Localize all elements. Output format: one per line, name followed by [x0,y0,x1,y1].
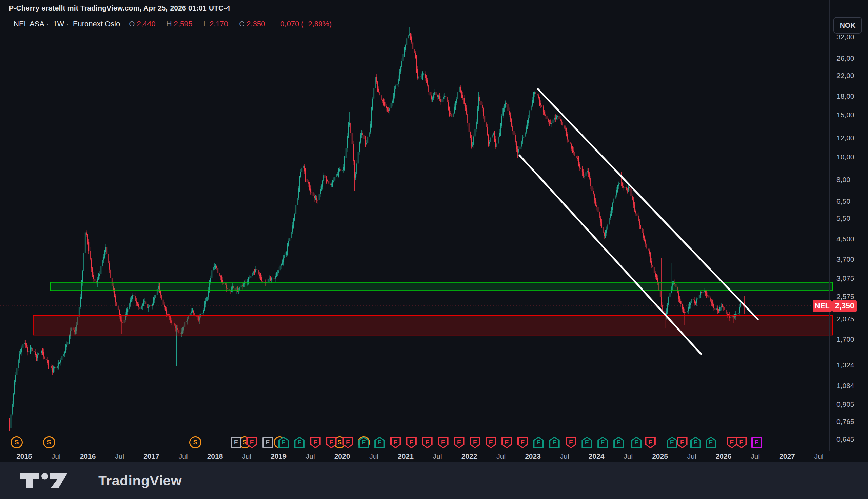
price-tick-label: 2,575 [836,293,854,301]
time-axis-jul-label: Jul [115,452,124,460]
time-axis-jul-label: Jul [751,452,760,460]
price-tick-label: 32,00 [836,33,854,41]
time-axis-year-label: 2024 [589,452,604,460]
tradingview-snapshot: P-Cherry erstellt mit TradingView.com, A… [0,0,868,499]
price-tick-label: 15,00 [836,111,854,119]
time-axis-year-label: 2018 [207,452,223,460]
price-tick-label: 12,00 [836,134,854,142]
price-tick-label: 5,50 [836,214,851,222]
time-axis-jul-label: Jul [51,452,61,460]
time-axis-jul-label: Jul [560,452,569,460]
current-price-tag: 2,350 [832,300,857,312]
candles-layer [9,27,745,431]
price-tick-label: 1,084 [836,382,854,390]
price-tick-label: 4,500 [836,235,854,243]
price-tick-label: 6,50 [836,197,851,205]
price-tick-label: 8,00 [836,175,851,184]
time-axis-jul-label: Jul [369,452,378,460]
time-axis-jul-label: Jul [242,452,251,460]
price-tick-label: 10,00 [836,153,854,161]
symbol-price-tag: NEL [813,300,832,312]
time-axis-year-label: 2026 [716,452,732,460]
price-tick-label: 1,324 [836,361,854,369]
price-tick-label: 2,075 [836,315,854,323]
time-axis-jul-label: Jul [624,452,633,460]
time-axis-jul-label: Jul [497,452,505,460]
trendlines-layer[interactable] [519,89,758,354]
resistance-zone[interactable] [50,282,833,291]
drawing-zones-layer[interactable] [33,282,833,335]
time-axis-jul-label: Jul [687,452,696,460]
price-tick-label: 0,645 [836,435,854,443]
time-axis-year-label: 2015 [16,452,32,460]
price-tick-label: 26,00 [836,54,854,62]
time-axis-jul-label: Jul [179,452,188,460]
time-axis-jul-label: Jul [433,452,442,460]
chart-pane[interactable]: SSSSSSSEEEEEEEEEEEEEEEEEEEEEEEEEEEEEEEEE… [0,0,868,462]
time-axis-year-label: 2027 [779,452,795,460]
price-tick-label: 3,075 [836,274,854,282]
price-tick-label: 22,00 [836,72,854,80]
candlestick-chart[interactable] [0,0,868,462]
price-axis[interactable]: 32,0026,0022,0018,0015,0012,0010,008,006… [829,0,868,451]
price-tick-label: 3,700 [836,255,854,264]
price-tick-label: 18,00 [836,92,854,100]
footer-bar: TradingView [0,462,868,499]
time-axis-jul-label: Jul [815,452,823,460]
tradingview-logo-icon[interactable] [20,472,91,489]
time-axis-year-label: 2022 [462,452,477,460]
time-axis[interactable]: 2015Jul2016Jul2017Jul2018Jul2019Jul2020J… [0,451,868,462]
price-tick-label: 0,905 [836,400,854,409]
time-axis-year-label: 2020 [334,452,350,460]
support-zone[interactable] [33,315,833,335]
price-tick-label: 1,700 [836,335,854,343]
tradingview-logo-text[interactable]: TradingView [98,473,182,489]
time-axis-year-label: 2025 [652,452,668,460]
time-axis-year-label: 2023 [525,452,541,460]
time-axis-year-label: 2017 [144,452,159,460]
time-axis-jul-label: Jul [306,452,315,460]
time-axis-year-label: 2021 [398,452,414,460]
time-axis-year-label: 2019 [271,452,286,460]
time-axis-year-label: 2016 [80,452,96,460]
price-tick-label: 0,765 [836,418,854,426]
